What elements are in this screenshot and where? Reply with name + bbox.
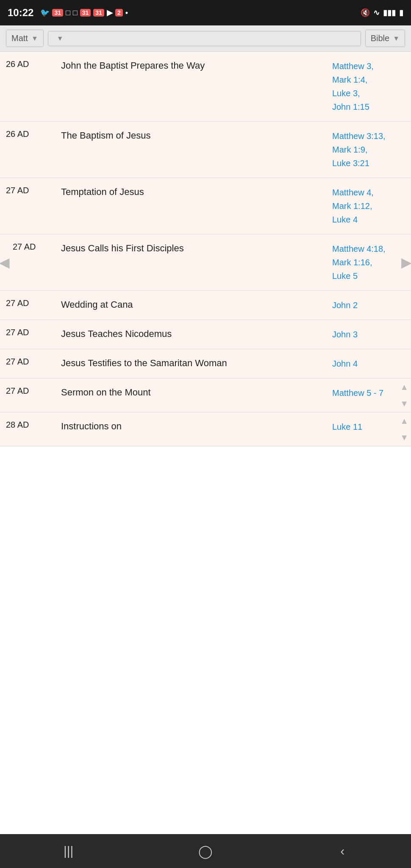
year-cell: 26 AD [0, 52, 55, 121]
status-icons: 🐦 31 □ □ 31 31 ▶ 2 • [40, 8, 128, 17]
battery-icon: ▮ [399, 8, 403, 17]
bottom-nav: ||| ◯ ‹ [0, 834, 411, 868]
table-row: 26 AD John the Baptist Prepares the Way … [0, 52, 411, 122]
notification-31c: 31 [93, 9, 104, 17]
refs-cell[interactable]: Luke 11 ▲ ▼ [326, 412, 411, 446]
table-row: 27 AD Wedding at Cana John 2 [0, 291, 411, 320]
chevron-down-icon-3: ▼ [393, 35, 400, 42]
event-cell: Jesus Calls his First Disciples [55, 234, 326, 290]
nav-arrow-left[interactable]: ◀ [0, 254, 10, 270]
scroll-up-icon[interactable]: ▲ [400, 380, 408, 394]
event-cell: Instructions on [55, 412, 326, 446]
status-right-icons: 🔇 ∿ ▮▮▮ ▮ [361, 8, 403, 17]
refs-cell[interactable]: John 4 [326, 349, 411, 378]
notification-icon-3: □ [73, 8, 78, 17]
status-time: 10:22 [8, 7, 33, 19]
filter-matt-label: Matt [11, 33, 28, 43]
event-cell: The Baptism of Jesus [55, 122, 326, 178]
refs-cell[interactable]: Matthew 3:13, Mark 1:9, Luke 3:21 [326, 122, 411, 178]
home-icon: ◯ [198, 844, 213, 859]
year-cell: 28 AD [0, 412, 55, 446]
bottom-nav-menu[interactable]: ||| [52, 838, 86, 864]
bottom-nav-back[interactable]: ‹ [325, 838, 359, 864]
back-icon: ‹ [340, 844, 344, 858]
filter-bar: Matt ▼ ▼ Bible ▼ [0, 25, 411, 52]
event-cell: Sermon on the Mount [55, 378, 326, 412]
facebook-icon: 🐦 [40, 8, 50, 17]
table-row: 27 AD Temptation of Jesus Matthew 4, Mar… [0, 178, 411, 234]
filter-bible-label: Bible [371, 33, 389, 43]
refs-cell[interactable]: Matthew 4:18, Mark 1:16, Luke 5 [326, 234, 411, 290]
table-row: ◀ 27 AD Jesus Calls his First Disciples … [0, 234, 411, 291]
event-cell: Jesus Testifies to the Samaritan Woman [55, 349, 326, 378]
event-cell: Jesus Teaches Nicodemus [55, 320, 326, 349]
year-cell: 27 AD [0, 178, 55, 234]
notification-icon-2: □ [66, 8, 70, 17]
menu-icon: ||| [64, 844, 73, 858]
refs-cell[interactable]: John 2 [326, 291, 411, 320]
scroll-down-icon-2[interactable]: ▼ [400, 431, 408, 444]
bottom-nav-home[interactable]: ◯ [189, 838, 222, 864]
scroll-down-icon[interactable]: ▼ [400, 397, 408, 410]
table-row: 26 AD The Baptism of Jesus Matthew 3:13,… [0, 122, 411, 178]
year-cell: 27 AD [0, 349, 55, 378]
notification-31b: 31 [80, 9, 91, 17]
events-table: 26 AD John the Baptist Prepares the Way … [0, 52, 411, 446]
refs-cell[interactable]: Matthew 5 - 7 ▲ ▼ [326, 378, 411, 412]
event-cell: Temptation of Jesus [55, 178, 326, 234]
event-cell: John the Baptist Prepares the Way [55, 52, 326, 121]
refs-cell[interactable]: John 3 [326, 320, 411, 349]
refs-cell[interactable]: Matthew 4, Mark 1:12, Luke 4 [326, 178, 411, 234]
mute-icon: 🔇 [361, 8, 370, 17]
table-row: 27 AD Jesus Testifies to the Samaritan W… [0, 349, 411, 378]
table-row: 27 AD Jesus Teaches Nicodemus John 3 [0, 320, 411, 349]
chevron-down-icon-1: ▼ [31, 35, 38, 42]
wifi-icon: ∿ [373, 8, 380, 17]
badge-2: 2 [115, 9, 123, 17]
table-row: 28 AD Instructions on Luke 11 ▲ ▼ [0, 412, 411, 446]
table-row: 27 AD Sermon on the Mount Matthew 5 - 7 … [0, 378, 411, 412]
youtube-icon: ▶ [107, 8, 113, 17]
year-cell: 27 AD [0, 320, 55, 349]
status-bar: 10:22 🐦 31 □ □ 31 31 ▶ 2 • 🔇 ∿ ▮▮▮ ▮ [0, 0, 411, 25]
filter-dropdown-bible[interactable]: Bible ▼ [365, 30, 405, 47]
chevron-down-icon-2: ▼ [57, 35, 64, 42]
filter-dropdown-middle[interactable]: ▼ [48, 31, 361, 46]
event-cell: Wedding at Cana [55, 291, 326, 320]
year-cell: 27 AD [0, 378, 55, 412]
dot-separator: • [125, 8, 128, 17]
year-cell: 27 AD [0, 291, 55, 320]
scroll-up-icon-2[interactable]: ▲ [400, 414, 408, 428]
year-cell: 26 AD [0, 122, 55, 178]
signal-icon: ▮▮▮ [383, 8, 396, 17]
nav-arrow-right[interactable]: ▶ [401, 254, 411, 270]
refs-cell[interactable]: Matthew 3, Mark 1:4, Luke 3, John 1:15 [326, 52, 411, 121]
notification-31a: 31 [52, 9, 63, 17]
filter-dropdown-matt[interactable]: Matt ▼ [6, 30, 44, 47]
